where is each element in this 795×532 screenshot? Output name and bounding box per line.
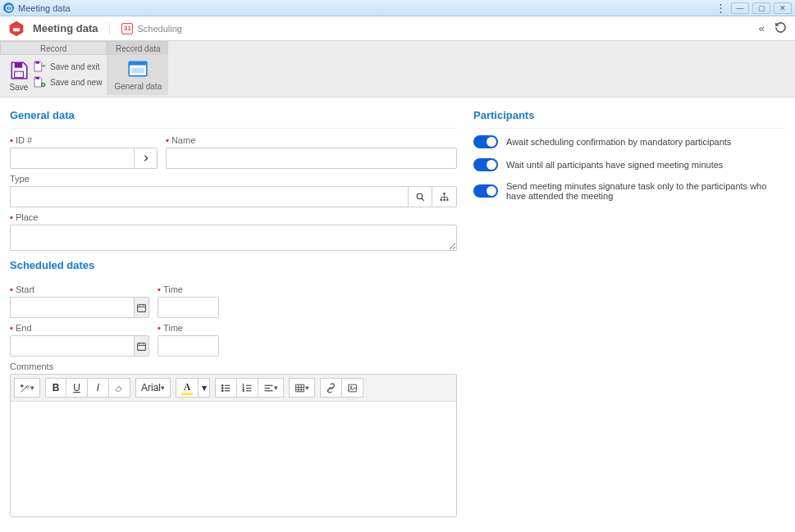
svg-rect-23 — [138, 343, 146, 350]
id-next-button[interactable] — [134, 148, 158, 169]
toggle-send-task[interactable] — [473, 184, 498, 198]
collapse-icon[interactable]: « — [759, 22, 765, 34]
module-icon — [8, 20, 25, 37]
type-hierarchy-button[interactable] — [432, 186, 457, 207]
label-id: ID # — [10, 135, 158, 145]
name-input[interactable] — [166, 148, 457, 169]
general-data-label: General data — [114, 82, 162, 91]
svg-rect-5 — [15, 62, 23, 68]
app-icon — [3, 2, 14, 13]
window-menu-button[interactable]: ⋮ — [713, 2, 728, 14]
window-close-button[interactable]: ✕ — [774, 2, 792, 14]
ribbon: Record Save Save and exit Save and new R… — [0, 41, 795, 98]
svg-point-28 — [222, 387, 223, 389]
editor-bold-button[interactable]: B — [45, 378, 66, 398]
label-start-time: Time — [158, 284, 219, 294]
save-new-label: Save and new — [50, 78, 102, 87]
window-minimize-button[interactable]: ― — [731, 2, 749, 14]
type-search-button[interactable] — [408, 186, 432, 207]
section-general: General data — [10, 106, 457, 129]
save-new-button[interactable]: Save and new — [33, 75, 102, 89]
label-end: End — [10, 323, 149, 333]
editor-align-button[interactable] — [258, 378, 284, 398]
svg-rect-11 — [129, 61, 147, 65]
toggle-await[interactable] — [473, 135, 498, 148]
editor-image-button[interactable] — [342, 378, 363, 398]
svg-point-48 — [350, 386, 352, 388]
svg-point-13 — [417, 193, 423, 199]
start-date-input[interactable] — [10, 297, 134, 318]
end-time-input[interactable] — [158, 335, 219, 357]
ribbon-tab-record[interactable]: Record — [0, 41, 107, 55]
editor-magic-button[interactable] — [14, 378, 40, 398]
svg-rect-16 — [441, 198, 442, 200]
editor-color-dropdown[interactable]: ▾ — [199, 378, 210, 398]
editor-color-button[interactable]: A — [176, 378, 199, 398]
svg-rect-17 — [443, 198, 445, 200]
editor-ul-button[interactable] — [215, 378, 237, 398]
label-comments: Comments — [10, 361, 457, 371]
toggle-send-task-label: Send meeting minutes signature task only… — [506, 181, 785, 201]
editor-erase-button[interactable] — [109, 378, 130, 398]
save-exit-label: Save and exit — [50, 62, 100, 71]
section-participants: Participants — [473, 106, 785, 129]
refresh-icon[interactable] — [774, 21, 787, 36]
svg-rect-12 — [132, 68, 144, 74]
type-input[interactable] — [10, 186, 408, 207]
svg-rect-4 — [13, 25, 20, 28]
editor-font-select[interactable]: Arial — [135, 378, 171, 398]
svg-text:3: 3 — [243, 389, 244, 392]
svg-rect-7 — [35, 61, 39, 64]
comments-editor: B U I Arial A ▾ — [10, 374, 457, 517]
window-maximize-button[interactable]: ▢ — [752, 2, 770, 14]
editor-table-button[interactable] — [289, 378, 315, 398]
svg-rect-18 — [446, 198, 448, 200]
label-place: Place — [10, 212, 457, 222]
scheduling-label: Scheduling — [137, 24, 181, 34]
label-start: Start — [10, 284, 149, 294]
window-title: Meeting data — [18, 3, 71, 13]
ribbon-tab-record-data[interactable]: Record data — [107, 41, 168, 55]
label-type: Type — [10, 174, 457, 184]
save-label: Save — [10, 83, 29, 92]
svg-rect-15 — [443, 193, 445, 194]
start-date-picker[interactable] — [134, 297, 149, 318]
label-name: Name — [166, 135, 457, 145]
end-date-input[interactable] — [10, 335, 134, 357]
toggle-wait-signed-label: Wait until all participants have signed … — [506, 160, 723, 170]
page-header: Meeting data 31 Scheduling « — [0, 16, 795, 41]
editor-ol-button[interactable]: 123 — [237, 378, 258, 398]
end-date-picker[interactable] — [134, 335, 149, 357]
editor-link-button[interactable] — [320, 378, 342, 398]
divider — [109, 23, 110, 34]
page-title: Meeting data — [33, 22, 98, 34]
svg-rect-19 — [138, 304, 146, 311]
place-input[interactable] — [10, 225, 457, 251]
general-data-button[interactable]: General data — [107, 55, 168, 95]
save-button[interactable]: Save — [5, 58, 33, 93]
scheduling-link[interactable]: 31 Scheduling — [121, 23, 181, 34]
svg-rect-42 — [296, 384, 304, 392]
svg-rect-6 — [15, 71, 24, 78]
svg-rect-8 — [35, 77, 39, 80]
svg-point-27 — [222, 384, 223, 386]
toggle-await-label: Await scheduling confirmation by mandato… — [506, 137, 731, 147]
comments-textarea[interactable] — [11, 402, 456, 516]
editor-italic-button[interactable]: I — [88, 378, 109, 398]
toggle-wait-signed[interactable] — [473, 158, 498, 171]
id-input[interactable] — [10, 148, 134, 169]
section-scheduled: Scheduled dates — [10, 256, 457, 278]
window-titlebar: Meeting data ⋮ ― ▢ ✕ — [0, 0, 795, 16]
calendar-icon: 31 — [121, 23, 133, 34]
svg-line-14 — [421, 198, 423, 200]
save-exit-button[interactable]: Save and exit — [33, 60, 102, 73]
svg-point-29 — [222, 389, 223, 391]
editor-underline-button[interactable]: U — [66, 378, 88, 398]
label-end-time: Time — [158, 323, 219, 333]
start-time-input[interactable] — [158, 297, 219, 318]
